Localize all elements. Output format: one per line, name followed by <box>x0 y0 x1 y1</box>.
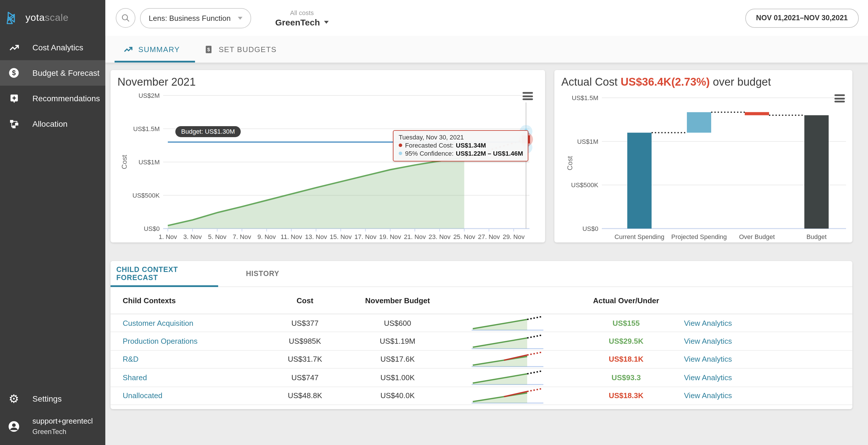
context-switcher: All costs GreenTech <box>275 9 329 27</box>
trend-sparkline <box>472 370 544 386</box>
tab-summary[interactable]: SUMMARY <box>115 36 195 63</box>
context-name-cell: R&D <box>123 355 261 364</box>
app-root: yotascale Cost Analytics $ Budget & Fore… <box>0 0 868 445</box>
context-link[interactable]: R&D <box>123 355 138 364</box>
svg-text:Projected Spending: Projected Spending <box>671 233 727 241</box>
over-under-value: US$93.3 <box>611 373 641 382</box>
table-tabs: CHILD CONTEXT FORECAST HISTORY <box>111 261 852 287</box>
trending-up-icon <box>7 42 21 53</box>
budget-cell: US$1.19M <box>348 337 447 346</box>
child-context-card: CHILD CONTEXT FORECAST HISTORY Child Con… <box>111 261 852 409</box>
sidebar-item-budget-forecast[interactable]: $ Budget & Forecast <box>0 60 105 86</box>
forecast-dot-icon <box>399 144 402 147</box>
context-name-cell: Customer Acquisition <box>123 319 261 327</box>
main-area: Lens: Business Function All costs GreenT… <box>105 0 868 445</box>
trend-sparkline <box>472 388 544 404</box>
over-under-cell: US$93.3 <box>568 373 684 382</box>
account-org: GreenTech <box>32 427 93 437</box>
context-link[interactable]: Unallocated <box>123 391 162 400</box>
svg-text:Current Spending: Current Spending <box>615 233 664 241</box>
svg-text:11. Nov: 11. Nov <box>281 233 302 241</box>
gear-icon: ⚙ <box>7 393 21 405</box>
context-link[interactable]: Production Operations <box>123 337 197 346</box>
sparkline-cell <box>447 351 568 368</box>
view-analytics-link[interactable]: View Analytics <box>684 391 732 400</box>
svg-text:3. Nov: 3. Nov <box>183 233 202 241</box>
svg-text:US$500K: US$500K <box>571 182 599 189</box>
yotascale-logo-icon <box>5 9 22 27</box>
account-avatar-icon <box>7 420 21 433</box>
svg-text:19. Nov: 19. Nov <box>379 233 401 241</box>
tooltip-date: Tuesday, Nov 30, 2021 <box>399 134 523 140</box>
tab-label: SUMMARY <box>138 45 180 54</box>
tab-label: SET BUDGETS <box>219 45 277 54</box>
chart-menu-icon[interactable] <box>834 94 845 104</box>
svg-text:US$0: US$0 <box>144 225 160 232</box>
main-tabbar: SUMMARY $ SET BUDGETS <box>105 36 868 63</box>
context-link[interactable]: Shared <box>123 373 147 382</box>
sparkline-cell <box>447 333 568 349</box>
badge-star-icon <box>7 93 21 104</box>
topbar: Lens: Business Function All costs GreenT… <box>105 0 868 36</box>
table-row: Production OperationsUS$985KUS$1.19MUS$2… <box>111 332 852 351</box>
svg-text:US$1.5M: US$1.5M <box>572 94 598 101</box>
svg-text:9. Nov: 9. Nov <box>257 233 276 241</box>
context-link[interactable]: Customer Acquisition <box>123 319 193 327</box>
search-button[interactable] <box>116 8 135 28</box>
svg-text:$: $ <box>12 69 16 77</box>
table-row: SharedUS$747US$1.00KUS$93.3View Analytic… <box>111 369 852 387</box>
trend-sparkline <box>472 333 544 349</box>
sidebar-item-label: Cost Analytics <box>32 43 83 52</box>
view-analytics-link[interactable]: View Analytics <box>684 355 732 364</box>
sidebar-item-cost-analytics[interactable]: Cost Analytics <box>0 35 105 60</box>
view-analytics-link[interactable]: View Analytics <box>684 373 732 382</box>
forecast-chart-card: November 2021 US$0US$500KUS$1MUS$1.5MUS$… <box>111 70 545 243</box>
context-name-cell: Shared <box>123 373 261 382</box>
account-menu[interactable]: support+greentecl GreenTech <box>0 411 105 445</box>
chart-menu-icon[interactable] <box>523 92 533 101</box>
search-icon <box>120 13 131 23</box>
lens-selector[interactable]: Lens: Business Function <box>140 8 251 28</box>
sidebar-item-settings[interactable]: ⚙ Settings <box>0 386 105 411</box>
app-logo[interactable]: yotascale <box>0 0 105 35</box>
action-cell: View Analytics <box>684 337 852 346</box>
sparkline-cell <box>447 370 568 386</box>
waterfall-chart[interactable]: US$0US$500KUS$1MUS$1.5MCostCurrent Spend… <box>554 70 852 243</box>
tab-history[interactable]: HISTORY <box>218 261 279 286</box>
table-row: UnallocatedUS$48.8KUS$40.0KUS$18.3KView … <box>111 387 852 405</box>
sidebar-item-label: Settings <box>32 394 62 403</box>
date-range-picker[interactable]: NOV 01,2021–NOV 30,2021 <box>745 8 859 28</box>
svg-text:5. Nov: 5. Nov <box>208 233 226 241</box>
confidence-dot-icon <box>399 152 402 155</box>
sidebar-item-label: Recommendations <box>32 94 100 103</box>
sidebar-item-allocation[interactable]: Allocation <box>0 111 105 136</box>
budget-cell: US$40.0K <box>348 391 447 400</box>
budget-line-label: Budget: US$1.30M <box>175 126 241 137</box>
svg-text:Cost: Cost <box>120 155 128 169</box>
cost-cell: US$377 <box>261 319 348 327</box>
svg-text:US$1M: US$1M <box>577 138 598 145</box>
context-name-cell: Unallocated <box>123 391 261 400</box>
sidebar-item-recommendations[interactable]: Recommendations <box>0 86 105 111</box>
svg-text:13. Nov: 13. Nov <box>305 233 327 241</box>
action-cell: View Analytics <box>684 391 852 400</box>
svg-text:US$1M: US$1M <box>138 159 160 166</box>
tooltip-row-confidence: 95% Confidence:US$1.22M – US$1.46M <box>399 149 523 157</box>
svg-text:US$0: US$0 <box>582 225 598 232</box>
hierarchy-icon <box>7 118 21 129</box>
chevron-down-icon <box>324 21 329 24</box>
col-cost: Cost <box>261 296 348 305</box>
svg-text:US$2M: US$2M <box>138 92 160 99</box>
action-cell: View Analytics <box>684 373 852 382</box>
view-analytics-link[interactable]: View Analytics <box>684 319 732 327</box>
tab-set-budgets[interactable]: $ SET BUDGETS <box>195 36 292 63</box>
over-under-value: US$29.5K <box>609 337 644 346</box>
view-analytics-link[interactable]: View Analytics <box>684 337 732 346</box>
table-header: Child Contexts Cost November Budget Actu… <box>111 287 852 314</box>
tab-child-context-forecast[interactable]: CHILD CONTEXT FORECAST <box>111 261 218 286</box>
context-name-dropdown[interactable]: GreenTech <box>275 17 329 27</box>
sparkline-cell <box>447 388 568 404</box>
account-text: support+greentecl GreenTech <box>32 416 93 437</box>
over-under-value: US$18.1K <box>609 355 644 364</box>
budget-doc-icon: $ <box>204 44 214 54</box>
